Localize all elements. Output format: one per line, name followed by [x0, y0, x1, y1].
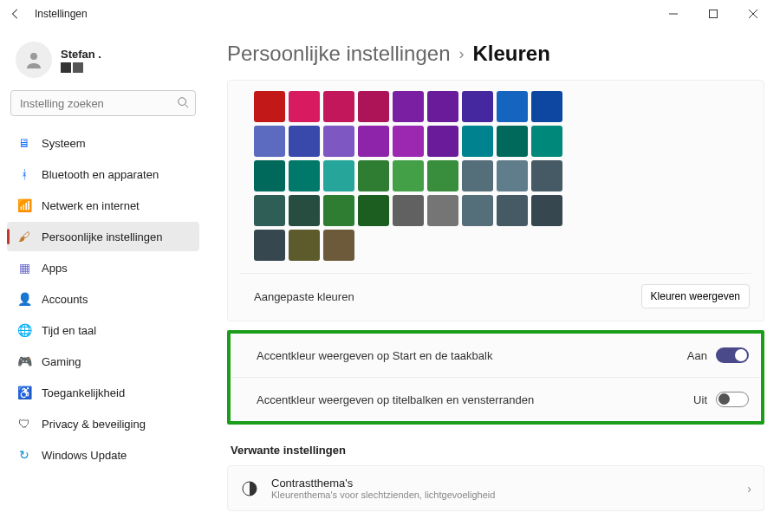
- color-swatch[interactable]: [497, 91, 528, 122]
- color-swatch[interactable]: [289, 160, 320, 191]
- color-swatch[interactable]: [462, 91, 493, 122]
- search-input[interactable]: [10, 90, 196, 116]
- color-swatch[interactable]: [393, 160, 424, 191]
- color-swatch[interactable]: [289, 91, 320, 122]
- chevron-right-icon: ›: [458, 45, 464, 63]
- color-swatch[interactable]: [531, 195, 562, 226]
- sidebar: Stefan . 🖥SysteemᚼBluetooth en apparaten…: [0, 28, 206, 532]
- minimize-icon: [669, 10, 678, 18]
- sidebar-item-bluetooth-en-apparaten[interactable]: ᚼBluetooth en apparaten: [7, 159, 199, 189]
- color-swatch[interactable]: [358, 160, 389, 191]
- color-swatch[interactable]: [254, 91, 285, 122]
- color-swatch[interactable]: [323, 230, 354, 261]
- minimize-button[interactable]: [653, 0, 693, 28]
- sidebar-item-tijd-en-taal[interactable]: 🌐Tijd en taal: [7, 315, 199, 345]
- toggle-wrap: Uit: [693, 392, 749, 407]
- content: Stefan . 🖥SysteemᚼBluetooth en apparaten…: [0, 28, 780, 532]
- sidebar-item-toegankelijkheid[interactable]: ♿Toegankelijkheid: [7, 378, 199, 407]
- swatch-row: [254, 91, 751, 122]
- sidebar-item-label: Persoonlijke instellingen: [42, 230, 162, 243]
- contrast-themes-card[interactable]: Contrastthema's Kleurenthema's voor slec…: [227, 465, 764, 511]
- sidebar-item-netwerk-en-internet[interactable]: 📶Netwerk en internet: [7, 191, 199, 220]
- sidebar-item-label: Netwerk en internet: [42, 199, 140, 212]
- sidebar-item-privacy-beveiliging[interactable]: 🛡Privacy & beveiliging: [7, 409, 199, 438]
- sidebar-item-windows-update[interactable]: ↻Windows Update: [7, 440, 199, 470]
- setting-label: Accentkleur weergeven op titelbalken en …: [257, 393, 534, 406]
- color-swatch[interactable]: [497, 160, 528, 191]
- svg-point-5: [179, 98, 186, 106]
- swatch-row: [254, 230, 751, 261]
- close-button[interactable]: [733, 0, 773, 28]
- color-swatch[interactable]: [254, 195, 285, 226]
- color-swatch[interactable]: [393, 195, 424, 226]
- sidebar-item-label: Windows Update: [42, 449, 127, 462]
- color-swatch[interactable]: [393, 126, 424, 157]
- contrast-icon: [240, 479, 259, 498]
- sidebar-item-label: Gaming: [42, 355, 81, 368]
- svg-line-6: [185, 105, 189, 108]
- toggle-state-label: Aan: [687, 349, 707, 362]
- related-settings-title: Verwante instellingen: [231, 444, 764, 457]
- view-colors-button[interactable]: Kleuren weergeven: [641, 284, 750, 308]
- color-swatch[interactable]: [254, 126, 285, 157]
- color-swatch[interactable]: [531, 126, 562, 157]
- color-swatch[interactable]: [323, 91, 354, 122]
- nav-icon: ♿: [17, 386, 31, 399]
- accent-color-section: Aangepaste kleuren Kleuren weergeven: [227, 80, 764, 321]
- color-swatch[interactable]: [254, 160, 285, 191]
- color-swatch[interactable]: [289, 230, 320, 261]
- window-controls: [653, 0, 773, 28]
- color-swatch[interactable]: [427, 91, 458, 122]
- color-swatch[interactable]: [531, 160, 562, 191]
- color-swatch[interactable]: [289, 195, 320, 226]
- color-swatch[interactable]: [393, 91, 424, 122]
- accent-tile: [61, 62, 71, 73]
- back-button[interactable]: [7, 5, 24, 23]
- user-accent-tiles: [61, 62, 101, 73]
- page-title: Kleuren: [472, 42, 549, 66]
- toggle[interactable]: [716, 392, 749, 407]
- color-swatch[interactable]: [462, 126, 493, 157]
- color-swatch[interactable]: [358, 195, 389, 226]
- user-block[interactable]: Stefan .: [7, 36, 199, 90]
- nav-icon: ↻: [17, 448, 31, 462]
- swatch-row: [254, 160, 751, 191]
- sidebar-item-apps[interactable]: ▦Apps: [7, 253, 199, 282]
- accent-tile: [73, 62, 83, 73]
- color-swatch[interactable]: [427, 126, 458, 157]
- sidebar-item-label: Bluetooth en apparaten: [42, 168, 159, 181]
- color-swatch[interactable]: [358, 126, 389, 157]
- sidebar-item-label: Systeem: [42, 137, 86, 150]
- sidebar-item-gaming[interactable]: 🎮Gaming: [7, 347, 199, 376]
- color-swatch[interactable]: [323, 126, 354, 157]
- color-swatch[interactable]: [497, 195, 528, 226]
- color-swatch[interactable]: [497, 126, 528, 157]
- toggle-state-label: Uit: [693, 393, 707, 406]
- color-swatch[interactable]: [462, 160, 493, 191]
- swatch-row: [254, 195, 751, 226]
- color-swatch[interactable]: [531, 91, 562, 122]
- color-swatch[interactable]: [358, 91, 389, 122]
- color-swatch[interactable]: [323, 195, 354, 226]
- nav-icon: 🖥: [17, 136, 31, 150]
- sidebar-item-accounts[interactable]: 👤Accounts: [7, 284, 199, 314]
- color-swatch[interactable]: [323, 160, 354, 191]
- nav-icon: 🎮: [17, 354, 31, 368]
- sidebar-item-label: Apps: [42, 262, 68, 275]
- sidebar-item-label: Privacy & beveiliging: [42, 418, 146, 431]
- color-swatch[interactable]: [427, 160, 458, 191]
- breadcrumb-parent[interactable]: Persoonlijke instellingen: [227, 42, 450, 66]
- maximize-button[interactable]: [693, 0, 733, 28]
- sidebar-item-systeem[interactable]: 🖥Systeem: [7, 128, 199, 158]
- nav-icon: 🛡: [17, 417, 31, 431]
- sidebar-item-persoonlijke-instellingen[interactable]: 🖌Persoonlijke instellingen: [7, 222, 199, 251]
- nav-icon: 🖌: [17, 230, 31, 243]
- nav-icon: ᚼ: [17, 167, 31, 181]
- color-swatch[interactable]: [254, 230, 285, 261]
- color-swatch[interactable]: [427, 195, 458, 226]
- setting-row: Accentkleur weergeven op Start en de taa…: [231, 334, 761, 378]
- color-swatch[interactable]: [462, 195, 493, 226]
- card-subtitle: Kleurenthema's voor slechtzienden, licht…: [271, 490, 495, 500]
- color-swatch[interactable]: [289, 126, 320, 157]
- toggle[interactable]: [716, 347, 749, 363]
